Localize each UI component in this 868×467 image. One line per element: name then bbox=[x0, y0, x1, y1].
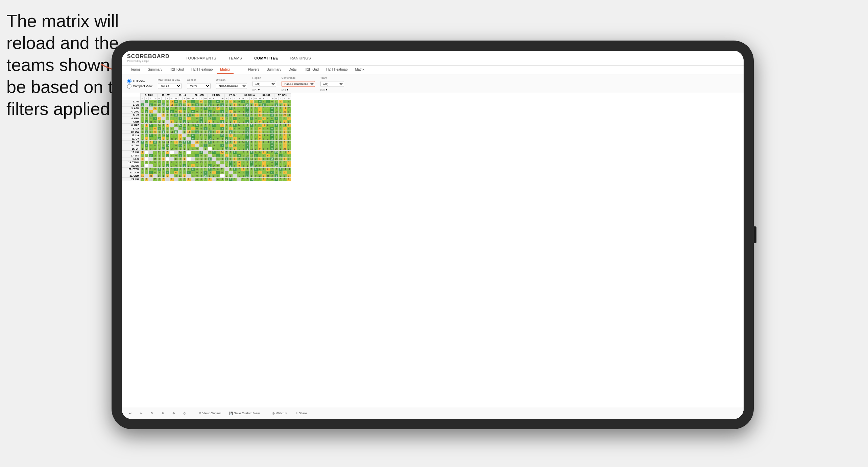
watch-label: Watch ▾ bbox=[276, 412, 287, 415]
sub-nav-summary[interactable]: Summary bbox=[144, 66, 166, 74]
matrix-cell: 0 bbox=[195, 147, 199, 151]
matrix-cell bbox=[145, 103, 149, 107]
team-select[interactable]: (All) bbox=[320, 81, 344, 87]
sub-nav-players-summary[interactable]: Summary bbox=[263, 66, 285, 74]
matrix-cell: 1 bbox=[203, 171, 208, 174]
matrix-cell: 1 bbox=[249, 174, 254, 178]
matrix-cell: 0 bbox=[249, 117, 254, 120]
matrix-cell: 0 bbox=[157, 130, 161, 134]
matrix-cell: 0 bbox=[266, 127, 270, 130]
refresh-button[interactable]: ⟳ bbox=[149, 411, 155, 416]
matrix-cell: 2 bbox=[262, 141, 266, 144]
matrix-cell: 1 bbox=[161, 120, 165, 124]
matrix-cell: 11 bbox=[287, 114, 291, 117]
matrix-cell: 0 bbox=[258, 134, 262, 137]
matrix-cell: 2 bbox=[212, 154, 216, 157]
compact-view-input[interactable] bbox=[127, 84, 131, 89]
matrix-cell: 1 bbox=[212, 114, 216, 117]
redo-button[interactable]: ↪ bbox=[138, 411, 145, 416]
view-original-button[interactable]: 👁 View: Original bbox=[196, 411, 223, 416]
sub-nav-players-detail[interactable]: Detail bbox=[285, 66, 301, 74]
matrix-cell: 0 bbox=[245, 141, 249, 144]
matrix-cell: 3 bbox=[166, 164, 170, 168]
matrix-cell: 0 bbox=[258, 127, 262, 130]
matrix-cell: 2 bbox=[274, 134, 279, 137]
matrix-cell: 1 bbox=[191, 154, 195, 157]
matrix-cell: 2 bbox=[228, 103, 233, 107]
matrix-cell: 1 bbox=[191, 151, 195, 154]
matrix-cell: 0 bbox=[258, 120, 262, 124]
sub-nav-players-h2h-heatmap[interactable]: H2H Heatmap bbox=[323, 66, 351, 74]
sub-nav-matrix[interactable]: Matrix bbox=[217, 66, 233, 74]
compact-view-radio[interactable]: Compact View bbox=[127, 84, 152, 89]
sub-nav-players-matrix[interactable]: Matrix bbox=[352, 66, 368, 74]
conference-select[interactable]: Pac-12 Conference (All) ACC Big Ten Big … bbox=[282, 81, 315, 87]
sub-nav-h2h-grid[interactable]: H2H Grid bbox=[166, 66, 187, 74]
matrix-cell: 1 bbox=[266, 100, 270, 103]
matrix-cell: 1 bbox=[245, 147, 249, 151]
matrix-cell: 1 bbox=[241, 144, 245, 147]
matrix-cell: 0 bbox=[233, 161, 237, 164]
save-custom-view-button[interactable]: 💾 Save Custom View bbox=[227, 411, 262, 416]
matrix-cell: 2 bbox=[208, 164, 212, 168]
matrix-cell: 0 bbox=[182, 171, 186, 174]
matrix-cell: 3 bbox=[149, 137, 153, 141]
matrix-cell: 0 bbox=[262, 164, 266, 168]
zoom-in-button[interactable]: ⊕ bbox=[160, 411, 166, 416]
gender-select[interactable]: Men's Women's bbox=[187, 83, 211, 89]
full-view-radio[interactable]: Full View bbox=[127, 79, 152, 83]
sh-t1: T bbox=[149, 97, 153, 100]
matrix-cell: 0 bbox=[274, 130, 279, 134]
nav-teams[interactable]: TEAMS bbox=[226, 55, 245, 62]
matrix-cell: 0 bbox=[258, 151, 262, 154]
sub-nav-h2h-heatmap[interactable]: H2H Heatmap bbox=[188, 66, 216, 74]
matrix-cell: 0 bbox=[245, 130, 249, 134]
matrix-cell: 14 bbox=[174, 157, 178, 161]
max-teams-select[interactable]: Top 25 Top 50 All bbox=[158, 83, 182, 89]
sub-nav-players-h2h-grid[interactable]: H2H Grid bbox=[301, 66, 322, 74]
matrix-cell: 3 bbox=[216, 174, 220, 178]
nav-committee[interactable]: COMMITTEE bbox=[251, 55, 281, 62]
division-select[interactable]: NCAA Division I NCAA Division II NCAA Di… bbox=[216, 83, 247, 89]
sub-nav-players[interactable]: Players bbox=[241, 66, 263, 74]
zoom-out-button[interactable]: ⊖ bbox=[170, 411, 177, 416]
matrix-cell bbox=[141, 100, 145, 103]
undo-button[interactable]: ↩ bbox=[127, 411, 134, 416]
full-view-input[interactable] bbox=[127, 79, 131, 83]
watch-button[interactable]: ◷ Watch ▾ bbox=[270, 411, 289, 416]
matrix-cell: 0 bbox=[199, 124, 203, 127]
sh-l4: L bbox=[195, 97, 199, 100]
fit-button[interactable]: ◎ bbox=[181, 411, 188, 416]
matrix-cell: 0 bbox=[283, 178, 287, 181]
matrix-cell: 1 bbox=[178, 134, 182, 137]
matrix-cell: 0 bbox=[195, 103, 199, 107]
matrix-cell bbox=[187, 157, 191, 161]
sub-nav-teams[interactable]: Teams bbox=[127, 66, 144, 74]
matrix-cell bbox=[174, 178, 178, 181]
matrix-cell: 0 bbox=[237, 161, 241, 164]
matrix-cell: 3 bbox=[187, 100, 191, 103]
matrix-container[interactable]: 3. ASU 10. UW 11. UA 22. UCB 24. UO 27. … bbox=[122, 93, 744, 418]
matrix-cell: 14 bbox=[254, 164, 258, 168]
matrix-cell: 0 bbox=[224, 110, 228, 114]
matrix-cell: 2 bbox=[157, 164, 161, 168]
matrix-cell: 1 bbox=[228, 120, 233, 124]
matrix-cell: 0 bbox=[270, 144, 274, 147]
matrix-cell bbox=[145, 151, 149, 154]
sh-l3: L bbox=[178, 97, 182, 100]
share-button[interactable]: ↗ Share bbox=[293, 411, 309, 416]
nav-tournaments[interactable]: TOURNAMENTS bbox=[183, 55, 219, 62]
matrix-cell: 0 bbox=[187, 168, 191, 171]
col-header-asu: 3. ASU bbox=[141, 94, 158, 97]
matrix-cell: 1 bbox=[170, 171, 174, 174]
matrix-cell: 0 bbox=[170, 161, 174, 164]
matrix-cell: 0 bbox=[283, 174, 287, 178]
matrix-cell: 0 bbox=[270, 164, 274, 168]
matrix-cell: 1 bbox=[174, 141, 178, 144]
matrix-cell: 11 bbox=[283, 151, 287, 154]
region-select[interactable]: (All) N/A bbox=[252, 81, 276, 87]
matrix-cell: 14 bbox=[283, 168, 287, 171]
matrix-cell bbox=[220, 164, 224, 168]
matrix-cell: 11 bbox=[241, 178, 245, 181]
nav-rankings[interactable]: RANKINGS bbox=[288, 55, 314, 62]
